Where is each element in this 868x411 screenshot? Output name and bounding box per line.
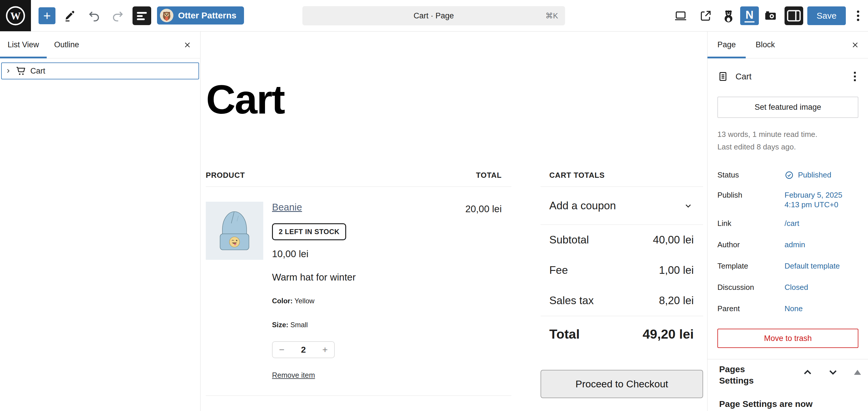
product-image[interactable]: [206, 202, 263, 260]
pages-settings-heading: Pages Settings: [719, 363, 780, 386]
link-value[interactable]: /cart: [784, 219, 799, 228]
quantity-increment-button[interactable]: +: [322, 345, 328, 354]
redo-button[interactable]: [111, 9, 124, 23]
cart-items-table: PRODUCT TOTAL Be: [206, 171, 512, 396]
sales-tax-value: 8,20 lei: [659, 294, 694, 307]
proceed-to-checkout-button[interactable]: Proceed to Checkout: [540, 370, 703, 398]
save-button[interactable]: Save: [807, 6, 846, 25]
size-label: Size:: [272, 321, 288, 329]
list-view-icon: [132, 6, 151, 25]
product-size-attr: Size: Small: [272, 321, 459, 329]
document-meta: 13 words, 1 minute read time. Last edite…: [717, 128, 858, 153]
author-value[interactable]: admin: [784, 240, 805, 250]
chevron-right-icon: [5, 67, 12, 74]
chevron-down-icon: [828, 368, 838, 376]
link-label: Link: [717, 219, 784, 228]
settings-tabs: Page Block: [708, 32, 868, 58]
parent-field: Parent None: [717, 304, 858, 314]
publish-date: February 5, 2025: [784, 190, 842, 200]
discussion-value[interactable]: Closed: [784, 283, 808, 292]
tools-button[interactable]: [63, 9, 76, 23]
kebab-menu-icon: [852, 71, 857, 82]
page-actions-menu-button[interactable]: [851, 70, 858, 83]
otter-patterns-label: Otter Patterns: [178, 10, 237, 21]
tab-outline[interactable]: Outline: [47, 32, 87, 58]
quantity-value: 2: [301, 345, 306, 355]
tab-page[interactable]: Page: [708, 32, 746, 58]
close-list-view-button[interactable]: [182, 39, 193, 51]
sidebar-panel-icon: [784, 6, 803, 25]
chevron-down-button[interactable]: [828, 368, 838, 376]
cart-block-icon: [15, 65, 27, 77]
remove-item-link[interactable]: Remove item: [272, 371, 315, 379]
otter-silhouette-icon: [721, 8, 736, 23]
redo-icon: [111, 9, 124, 23]
fee-label: Fee: [549, 264, 568, 277]
page-title[interactable]: Cart: [206, 76, 284, 123]
settings-sidebar-toggle[interactable]: [784, 6, 803, 25]
scroll-up-triangle-icon[interactable]: [854, 370, 861, 375]
document-bar-title: Cart · Page: [413, 11, 454, 21]
otter-patterns-button[interactable]: Otter Patterns: [157, 6, 244, 25]
subtotal-value: 40,00 lei: [653, 234, 694, 246]
publish-value[interactable]: February 5, 2025 4:13 pm UTC+0: [784, 190, 842, 210]
neve-theme-button[interactable]: N: [740, 6, 759, 25]
color-label: Color:: [272, 297, 293, 305]
fee-row: Fee 1,00 lei: [540, 255, 703, 285]
quantity-stepper: − 2 +: [272, 341, 335, 358]
size-value: Small: [290, 321, 308, 329]
cart-item-row: Beanie 2 LEFT IN STOCK 10,00 lei Warm ha…: [206, 187, 512, 396]
grand-total-label: Total: [549, 327, 580, 342]
options-menu-button[interactable]: [855, 9, 862, 23]
total-column-header: TOTAL: [476, 171, 502, 187]
wordpress-logo[interactable]: W: [0, 0, 31, 31]
otter-blocks-button[interactable]: [721, 9, 736, 23]
undo-button[interactable]: [88, 9, 101, 23]
document-overview-button[interactable]: [132, 6, 151, 25]
list-view-item-cart[interactable]: Cart: [1, 62, 199, 80]
laptop-icon: [674, 9, 688, 23]
template-value[interactable]: Default template: [784, 261, 840, 271]
command-shortcut: ⌘K: [546, 11, 558, 21]
page-summary-fields: Status Published Publish February 5, 202…: [717, 170, 858, 314]
discussion-field: Discussion Closed: [717, 283, 858, 292]
cart-totals-heading: CART TOTALS: [540, 171, 703, 187]
parent-value[interactable]: None: [784, 304, 803, 314]
stock-badge: 2 LEFT IN STOCK: [272, 223, 346, 240]
sales-tax-row: Sales tax 8,20 lei: [540, 285, 703, 316]
quantity-decrement-button[interactable]: −: [279, 345, 285, 354]
link-field: Link /cart: [717, 219, 858, 228]
author-label: Author: [717, 240, 784, 250]
tab-list-view[interactable]: List View: [0, 32, 47, 58]
cart-totals: CART TOTALS Add a coupon Subtotal 40,00 …: [540, 171, 703, 398]
document-summary-row: Cart: [717, 70, 858, 83]
undo-icon: [88, 9, 101, 23]
tab-block[interactable]: Block: [746, 32, 785, 58]
camera-icon: [764, 9, 777, 23]
add-coupon-label: Add a coupon: [549, 200, 616, 212]
status-field: Status Published: [717, 170, 858, 180]
chevron-up-button[interactable]: [803, 368, 812, 376]
document-command-bar[interactable]: Cart · Page ⌘K: [302, 6, 565, 25]
document-title: Cart: [736, 72, 751, 82]
svg-text:W: W: [10, 10, 21, 22]
word-count-line: 13 words, 1 minute read time.: [717, 128, 858, 141]
move-to-trash-button[interactable]: Move to trash: [717, 329, 858, 348]
color-value: Yellow: [294, 297, 315, 305]
view-devices-button[interactable]: [674, 9, 688, 23]
set-featured-image-button[interactable]: Set featured image: [717, 97, 858, 118]
add-coupon-toggle[interactable]: Add a coupon: [540, 187, 703, 225]
chevron-down-icon: [683, 201, 693, 211]
close-settings-button[interactable]: [849, 39, 861, 51]
status-value[interactable]: Published: [784, 170, 831, 180]
screenshot-button[interactable]: [764, 9, 777, 23]
close-icon: [851, 40, 860, 49]
block-inserter-button[interactable]: +: [38, 7, 56, 24]
subtotal-row: Subtotal 40,00 lei: [540, 225, 703, 255]
wordpress-icon: W: [4, 4, 27, 27]
view-site-button[interactable]: [699, 9, 713, 23]
totals-rows: Subtotal 40,00 lei Fee 1,00 lei Sales ta…: [540, 225, 703, 316]
product-name-link[interactable]: Beanie: [272, 202, 302, 213]
product-description: Warm hat for winter: [272, 272, 459, 283]
status-label: Status: [717, 170, 784, 180]
